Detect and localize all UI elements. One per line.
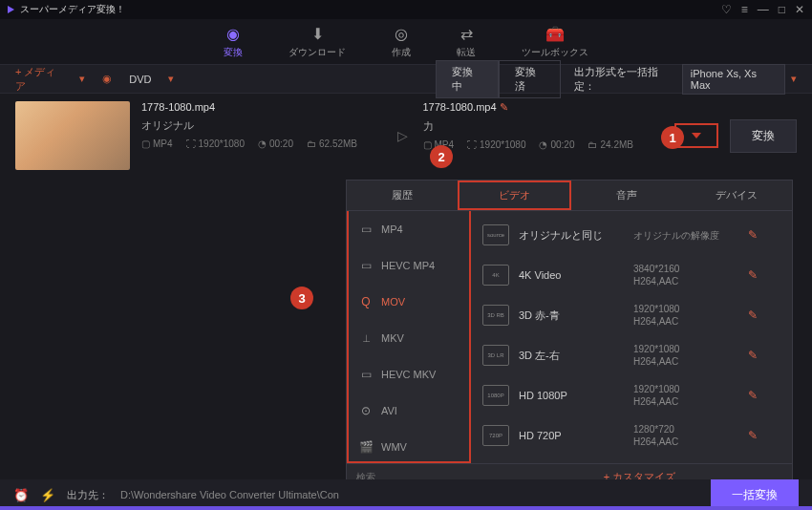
edit-preset-icon[interactable]: ✎ [748,308,758,322]
preset-icon: 3D RB [482,305,509,326]
input-label: オリジナル [141,118,382,133]
transfer-icon: ⇄ [460,25,473,43]
output-duration: ◔ 00:20 [539,139,574,150]
toolbox-icon: 🧰 [545,25,565,43]
dvd-dropdown-icon[interactable]: ▾ [168,73,174,85]
input-format: ▢ MP4 [141,138,173,149]
panel-tab-audio[interactable]: 音声 [571,181,682,210]
preset-icon: 4K [482,265,509,286]
add-media-dropdown-icon[interactable]: ▾ [79,73,85,85]
tab-transfer[interactable]: ⇄ 転送 [457,25,476,59]
preset-list: sourceオリジナルと同じオリジナルの解像度✎4K4K Video3840*2… [471,211,792,463]
seg-converting[interactable]: 変換中 [436,60,498,98]
preset-icon: 3D LR [482,345,509,366]
preset-res: オリジナルの解像度 [633,229,738,242]
seg-converted[interactable]: 変換済 [499,60,561,98]
format-icon: ▭ [358,368,374,381]
format-list: ▭MP4▭HEVC MP4QMOV⟂MKV▭HEVC MKV⊙AVI🎬WMV [347,211,471,463]
format-item-hevc-mkv[interactable]: ▭HEVC MKV [349,356,469,393]
format-label: MOV [381,296,405,308]
format-icon: ▭ [358,223,374,236]
speed-icon[interactable]: ⚡ [40,488,55,502]
input-resolution: ⛶ 1920*1080 [186,138,245,149]
user-icon[interactable]: ♡ [721,3,732,16]
preset-name: オリジナルと同じ [519,228,624,243]
preset-name: 3D 赤-青 [519,308,624,323]
preset-res: 1920*1080H264,AAC [633,303,738,328]
input-filename: 1778-1080.mp4 [141,101,382,113]
batch-format-label: 出力形式を一括指定： [574,65,676,94]
output-filename: 1778-1080.mp4 ✎ [423,101,664,114]
preset-item[interactable]: 720PHD 720P1280*720H264,AAC✎ [471,415,792,456]
format-panel: 履歴 ビデオ 音声 デバイス ▭MP4▭HEVC MP4QMOV⟂MKV▭HEV… [346,180,793,491]
tab-toolbox[interactable]: 🧰 ツールボックス [522,25,588,59]
output-path[interactable]: D:\Wondershare Video Converter Ultimate\… [120,489,699,500]
output-info: 1778-1080.mp4 ✎ 力 ▢ MP4 ⛶ 1920*1080 ◔ 00… [423,101,664,170]
arrow-icon: ▷ [394,128,412,143]
format-item-wmv[interactable]: 🎬WMV [349,429,469,463]
edit-preset-icon[interactable]: ✎ [748,349,758,362]
format-item-mov[interactable]: QMOV [349,284,469,320]
maximize-icon[interactable]: □ [779,3,785,16]
preset-item[interactable]: 1080PHD 1080P1920*1080H264,AAC✎ [471,375,792,415]
close-icon[interactable]: ✕ [795,3,804,16]
preset-item[interactable]: 4K4K Video3840*2160H264,AAC✎ [471,255,792,295]
annotation-2: 2 [430,145,453,168]
format-item-mp4[interactable]: ▭MP4 [349,211,469,247]
accent-bar [0,506,812,510]
preset-res: 1280*720H264,AAC [633,423,738,448]
dvd-button[interactable]: DVD [129,74,151,85]
tab-download[interactable]: ⬇ ダウンロード [288,25,346,59]
edit-icon[interactable]: ✎ [500,101,508,113]
preset-icon: 720P [482,425,509,446]
tab-create[interactable]: ◎ 作成 [392,25,411,59]
format-item-mkv[interactable]: ⟂MKV [349,320,469,356]
edit-preset-icon[interactable]: ✎ [748,429,758,442]
output-size: 🗀 24.2MB [588,139,632,150]
annotation-1: 1 [661,126,684,149]
window-title: スーパーメディア変換！ [20,3,721,16]
panel-tab-device[interactable]: デバイス [682,181,793,210]
video-thumbnail[interactable] [15,101,130,170]
preset-item[interactable]: 3D RB3D 赤-青1920*1080H264,AAC✎ [471,295,792,335]
format-item-hevc-mp4[interactable]: ▭HEVC MP4 [349,247,469,284]
annotation-3: 3 [290,287,313,309]
menu-icon[interactable]: ≡ [741,3,748,16]
tab-label: ツールボックス [522,46,588,59]
add-media-button[interactable]: + メディア [15,65,62,94]
edit-preset-icon[interactable]: ✎ [748,268,758,282]
convert-button[interactable]: 変換 [730,119,797,153]
format-icon: Q [358,295,374,308]
preset-item[interactable]: sourceオリジナルと同じオリジナルの解像度✎ [471,215,792,255]
tab-label: ダウンロード [288,46,346,59]
input-size: 🗀 62.52MB [307,138,357,149]
preset-icon: source [482,224,509,245]
panel-tab-history[interactable]: 履歴 [347,181,458,210]
edit-preset-icon[interactable]: ✎ [748,228,758,242]
format-item-avi[interactable]: ⊙AVI [349,393,469,429]
top-tabs: ◉ 変換 ⬇ ダウンロード ◎ 作成 ⇄ 転送 🧰 ツールボックス [0,19,812,65]
tab-label: 変換 [224,46,243,59]
app-logo-icon [8,6,14,13]
chevron-down-icon[interactable]: ▾ [791,73,797,85]
input-duration: ◔ 00:20 [258,138,293,149]
format-label: MP4 [381,223,403,235]
batch-format-select[interactable]: iPhone Xs, Xs Max [682,64,785,95]
tab-convert[interactable]: ◉ 変換 [224,25,243,59]
edit-preset-icon[interactable]: ✎ [748,389,758,402]
preset-name: HD 1080P [519,390,624,401]
format-label: AVI [381,405,397,416]
preset-name: 3D 左-右 [519,349,624,363]
format-label: HEVC MP4 [381,260,435,271]
tab-label: 転送 [457,46,476,59]
preset-res: 1920*1080H264,AAC [633,343,738,368]
format-icon: ⟂ [358,331,374,345]
preset-item[interactable]: 3D LR3D 左-右1920*1080H264,AAC✎ [471,335,792,375]
disc-icon: ◎ [395,25,408,43]
minimize-icon[interactable]: — [758,3,769,16]
panel-tab-video[interactable]: ビデオ [458,181,572,210]
format-icon: 🎬 [358,440,374,454]
alarm-icon[interactable]: ⏰ [13,488,29,502]
preset-icon: 1080P [482,385,509,406]
download-icon: ⬇ [311,25,324,43]
